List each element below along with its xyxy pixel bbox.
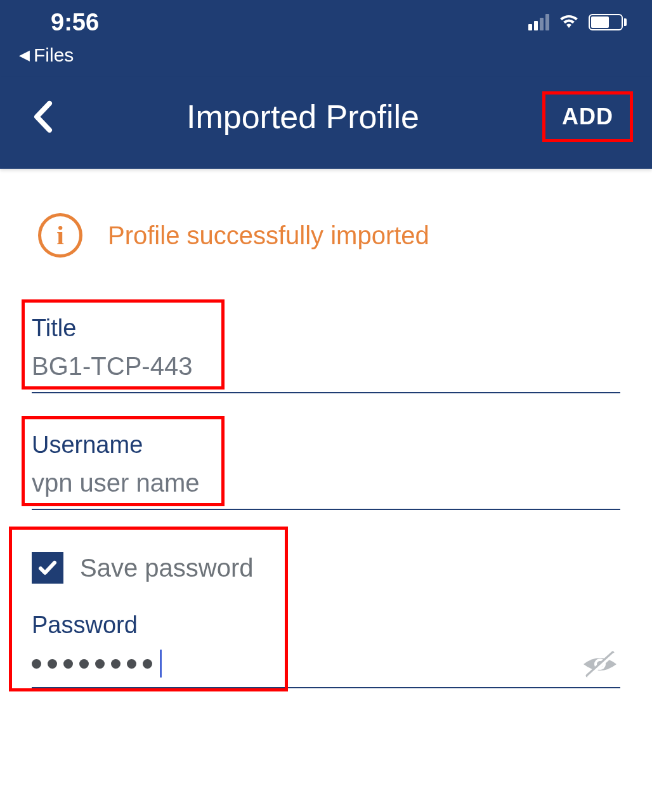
info-icon: i (38, 213, 82, 258)
status-time: 9:56 (51, 9, 99, 36)
nav-header: Imported Profile ADD (0, 77, 652, 169)
username-field-group: Username vpn user name (32, 431, 620, 510)
back-caret-icon: ◀ (19, 47, 30, 63)
title-field-group: Title BG1-TCP-443 (32, 315, 620, 393)
back-button[interactable] (32, 100, 63, 134)
battery-icon (589, 14, 627, 30)
password-input[interactable] (32, 650, 162, 686)
password-input-row (32, 649, 620, 688)
info-banner: i Profile successfully imported (32, 213, 620, 258)
page-title: Imported Profile (63, 98, 542, 136)
title-input[interactable]: BG1-TCP-443 (32, 352, 620, 392)
status-bar: 9:56 (0, 0, 652, 44)
chevron-left-icon (32, 100, 53, 134)
content-area: i Profile successfully imported Title BG… (0, 169, 652, 688)
add-button[interactable]: ADD (542, 91, 633, 142)
save-password-label: Save password (80, 554, 253, 582)
password-label: Password (32, 612, 620, 639)
info-message: Profile successfully imported (108, 221, 429, 250)
wifi-icon (558, 14, 580, 30)
title-label: Title (32, 315, 620, 342)
toggle-password-visibility-button[interactable] (580, 649, 620, 687)
eye-slash-icon (580, 649, 620, 679)
username-input[interactable]: vpn user name (32, 469, 620, 509)
password-section: Save password Password (32, 548, 620, 688)
cellular-signal-icon (528, 14, 549, 30)
back-to-app-button[interactable]: ◀ Files (0, 44, 652, 77)
text-cursor (160, 650, 162, 678)
status-icons (528, 14, 627, 30)
save-password-row: Save password (32, 548, 620, 584)
checkmark-icon (36, 556, 59, 579)
save-password-checkbox[interactable] (32, 552, 63, 584)
username-label: Username (32, 431, 620, 459)
back-app-label: Files (34, 44, 74, 66)
